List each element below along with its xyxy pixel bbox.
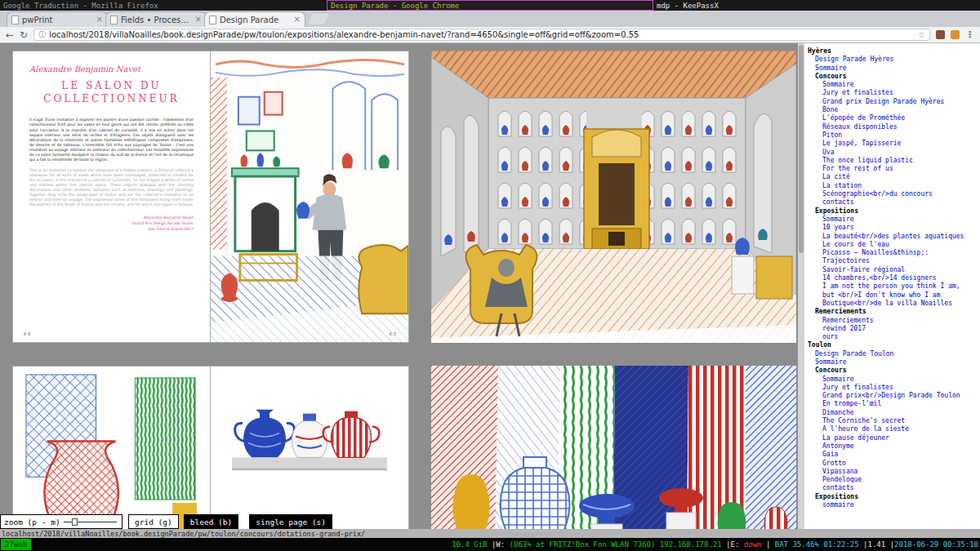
- extension-icon[interactable]: [951, 30, 960, 39]
- status-segment: 10.4 GiB: [452, 540, 492, 549]
- bleed-button[interactable]: bleed (b): [184, 514, 238, 529]
- sidebar-link[interactable]: The Corniche's secret: [808, 417, 973, 425]
- body-text-english: This is an invitation to explore the ple…: [29, 168, 194, 208]
- sidebar-link[interactable]: La beauté<br/>des plantes aquatiques: [808, 233, 973, 241]
- status-segment: |1.41: [863, 540, 890, 549]
- sidebar-link[interactable]: Gaia: [808, 451, 973, 459]
- status-segment: down: [744, 540, 766, 549]
- tab-close-icon[interactable]: ×: [195, 16, 202, 24]
- sidebar-link[interactable]: Sommaire: [808, 81, 973, 89]
- sidebar-section-header: Remerciements: [808, 308, 973, 316]
- sidebar-link[interactable]: Picasso — Noailles&thinsp;: Trajectoires: [808, 249, 973, 266]
- sidebar-link[interactable]: A l'heure de la sieste: [808, 425, 973, 433]
- sidebar-link[interactable]: contacts: [808, 484, 973, 492]
- status-segment: 2018-06-29 00:35:10: [894, 540, 978, 549]
- sidebar-link[interactable]: 14 chambres,<br/>14 designers: [808, 274, 973, 282]
- sidebar-link[interactable]: Vipassana: [808, 468, 973, 476]
- sidebar-section-header: Expositions: [808, 493, 973, 501]
- sidebar-link[interactable]: La station: [808, 182, 973, 190]
- content-area: Alexandre Benjamin Navet LE SALON DU COL…: [0, 43, 980, 529]
- tab-close-icon[interactable]: ×: [96, 16, 103, 24]
- new-tab-button[interactable]: [308, 14, 329, 24]
- site-info-icon[interactable]: ⓘ: [38, 29, 46, 40]
- sidebar-link[interactable]: Réseaux disponibles: [808, 123, 973, 131]
- sidebar-link[interactable]: Uva: [808, 149, 973, 157]
- sidebar-link[interactable]: Remerciements: [808, 317, 973, 325]
- sidebar-link[interactable]: Design Parade Hyères: [808, 56, 973, 64]
- sidebar-link[interactable]: La cité: [808, 173, 973, 181]
- sidebar-link[interactable]: En trompe-l'œil: [808, 400, 973, 408]
- sidebar-link[interactable]: Dimanche: [808, 409, 973, 417]
- browser-toolbar: ← ↻ ⓘ localhost/2018/villaNoailles/book.…: [0, 27, 980, 43]
- wm-titlebar: Google Traduction - Mozilla Firefox Desi…: [0, 0, 980, 11]
- sidebar-link[interactable]: Le jaspé, Tapisserie: [808, 140, 973, 148]
- spread-author: Alexandre Benjamin Navet: [29, 64, 194, 73]
- folio-left: 66: [24, 331, 32, 336]
- illustration-page: 67: [211, 51, 409, 343]
- extension-icon[interactable]: [936, 30, 945, 39]
- sidebar-link[interactable]: Scénographie<br/>du concours: [808, 190, 973, 198]
- sidebar-link[interactable]: Piton: [808, 131, 973, 140]
- sidebar-link[interactable]: L'épopée de Prométhée: [808, 114, 973, 122]
- sidebar-link[interactable]: Boutique<br/>de la villa Noailles: [808, 300, 973, 308]
- back-icon[interactable]: ←: [6, 30, 14, 40]
- tab-close-icon[interactable]: ×: [294, 16, 301, 24]
- sidebar-link[interactable]: Grand prix<br/>Design Parade Toulon: [808, 392, 973, 400]
- sidebar-link[interactable]: Jury et finalistes: [808, 384, 973, 392]
- sidebar-link[interactable]: rewind 2017: [808, 325, 973, 333]
- room-plate: [431, 51, 796, 343]
- sidebar-link[interactable]: Bone: [808, 106, 973, 114]
- vertical-scrollbar[interactable]: [798, 43, 804, 529]
- sidebar-link[interactable]: Design Parade Toulon: [808, 350, 973, 358]
- zoom-slider-thumb[interactable]: [72, 518, 78, 526]
- tab-fields-processwire[interactable]: Fields • ProcessWin ×: [105, 11, 207, 27]
- address-bar[interactable]: ⓘ localhost/2018/villaNoailles/book.desi…: [33, 29, 930, 41]
- sidebar-link[interactable]: I am not the person you think I am, but …: [808, 282, 973, 300]
- workspace-badge[interactable]: 2?web: [1, 539, 31, 550]
- sidebar-link[interactable]: Sommaire: [808, 64, 973, 73]
- grid-button[interactable]: grid (g): [128, 514, 179, 529]
- status-segment: BAT 35.46% 01:22:25: [775, 540, 863, 549]
- sidebar-link[interactable]: Pendeloque: [808, 476, 973, 484]
- screen: Google Traduction - Mozilla Firefox Desi…: [0, 0, 980, 551]
- page-favicon: [209, 16, 216, 24]
- sidebar-link[interactable]: Le cours de l'eau: [808, 241, 973, 249]
- vase-collage-page: [12, 366, 211, 529]
- sidebar-link[interactable]: Antonyme: [808, 442, 973, 451]
- sidebar-link[interactable]: 10 years: [808, 224, 973, 232]
- reload-icon[interactable]: ↻: [20, 30, 28, 40]
- scrollbar-thumb[interactable]: [799, 45, 804, 253]
- sidebar-link[interactable]: For the rest of us: [808, 165, 973, 173]
- spread-le-salon: Alexandre Benjamin Navet LE SALON DU COL…: [12, 51, 409, 343]
- wm-window-keepassx[interactable]: mdp - KeePassX: [653, 0, 980, 11]
- wm-window-chrome-focused[interactable]: Design Parade - Google Chrome: [327, 0, 653, 11]
- sidebar-link[interactable]: La pause déjeuner: [808, 434, 973, 442]
- zoom-slider[interactable]: [64, 515, 118, 528]
- sidebar-section-header: Concours: [808, 367, 973, 375]
- sidebar-link[interactable]: Sommaire: [808, 216, 973, 224]
- tab-pwprint[interactable]: pwPrint ×: [7, 11, 108, 27]
- tab-design-parade-active[interactable]: Design Parade ×: [204, 11, 305, 27]
- sidebar-link[interactable]: Jury et finalistes: [808, 89, 973, 97]
- wm-title-chrome: Design Parade - Google Chrome: [331, 2, 459, 10]
- sidebar-link[interactable]: The once liquid plastic: [808, 157, 973, 165]
- sidebar-link[interactable]: Sommaire: [808, 375, 973, 384]
- sidebar-link[interactable]: Grand prix Design Parade Hyères: [808, 98, 973, 106]
- sidebar-link[interactable]: contacts: [808, 198, 973, 207]
- single-page-button[interactable]: single page (s): [249, 514, 332, 529]
- tab-title: Fields • ProcessWin: [121, 16, 193, 24]
- sidebar-link[interactable]: Savoir-faire régional: [808, 266, 973, 274]
- wm-window-firefox[interactable]: Google Traduction - Mozilla Firefox: [0, 0, 327, 11]
- sidebar-link[interactable]: ours: [808, 333, 973, 341]
- status-right: 10.4 GiB |W: (063% at FRITZ!Box Fon WLAN…: [452, 540, 980, 549]
- status-link-url: localhost/2018/villaNoailles/book.design…: [0, 529, 980, 538]
- status-segment: |: [766, 540, 775, 549]
- status-segment: (063% at FRITZ!Box Fon WLAN 7360) 192.16…: [510, 540, 727, 549]
- url-text: localhost/2018/villaNoailles/book.design…: [49, 30, 915, 39]
- status-segment: |W:: [492, 540, 510, 549]
- sidebar-link[interactable]: Sommaire: [808, 358, 973, 367]
- browser-menu-icon[interactable]: ⋮: [965, 29, 974, 40]
- sidebar-link[interactable]: sommaire: [808, 501, 973, 509]
- bookmark-star-icon[interactable]: ☆: [918, 30, 925, 39]
- sidebar-link[interactable]: Grotto: [808, 460, 973, 468]
